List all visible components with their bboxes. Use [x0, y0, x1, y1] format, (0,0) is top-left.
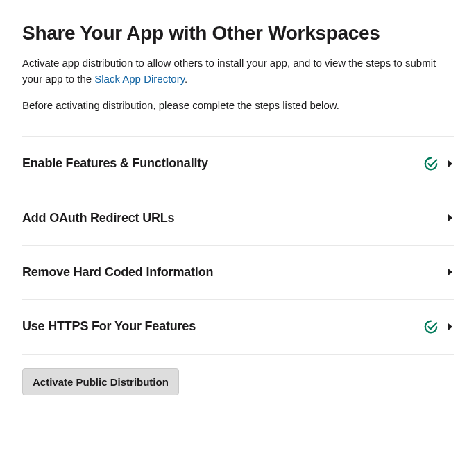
- intro-paragraph: Activate app distribution to allow other…: [22, 56, 454, 87]
- svg-marker-0: [448, 160, 452, 167]
- step-right: [423, 319, 454, 334]
- step-right: [423, 156, 454, 171]
- step-title: Use HTTPS For Your Features: [22, 319, 196, 334]
- step-right: [447, 269, 454, 275]
- caret-right-icon: [447, 323, 454, 330]
- step-title: Add OAuth Redirect URLs: [22, 211, 174, 225]
- check-circle-icon: [423, 319, 439, 334]
- step-right: [447, 214, 454, 221]
- caret-right-icon: [447, 214, 454, 221]
- step-oauth-redirect[interactable]: Add OAuth Redirect URLs: [22, 191, 454, 246]
- steps-list: Enable Features & Functionality Add OAut…: [22, 136, 454, 355]
- intro-text-before: Activate app distribution to allow other…: [22, 57, 436, 85]
- step-title: Remove Hard Coded Information: [22, 265, 213, 280]
- page-title: Share Your App with Other Workspaces: [22, 22, 454, 44]
- slack-app-directory-link[interactable]: Slack App Directory: [94, 73, 185, 85]
- check-circle-icon: [423, 156, 439, 171]
- step-use-https[interactable]: Use HTTPS For Your Features: [22, 300, 454, 355]
- svg-marker-2: [448, 269, 452, 275]
- step-remove-hardcoded[interactable]: Remove Hard Coded Information: [22, 246, 454, 300]
- caret-right-icon: [447, 269, 454, 275]
- before-activation-text: Before activating distribution, please c…: [22, 98, 454, 114]
- svg-marker-1: [448, 214, 452, 221]
- intro-text-after: .: [185, 73, 187, 85]
- step-title: Enable Features & Functionality: [22, 156, 208, 171]
- svg-marker-3: [448, 323, 452, 330]
- activate-public-distribution-button[interactable]: Activate Public Distribution: [22, 368, 179, 395]
- caret-right-icon: [447, 160, 454, 167]
- step-enable-features[interactable]: Enable Features & Functionality: [22, 137, 454, 191]
